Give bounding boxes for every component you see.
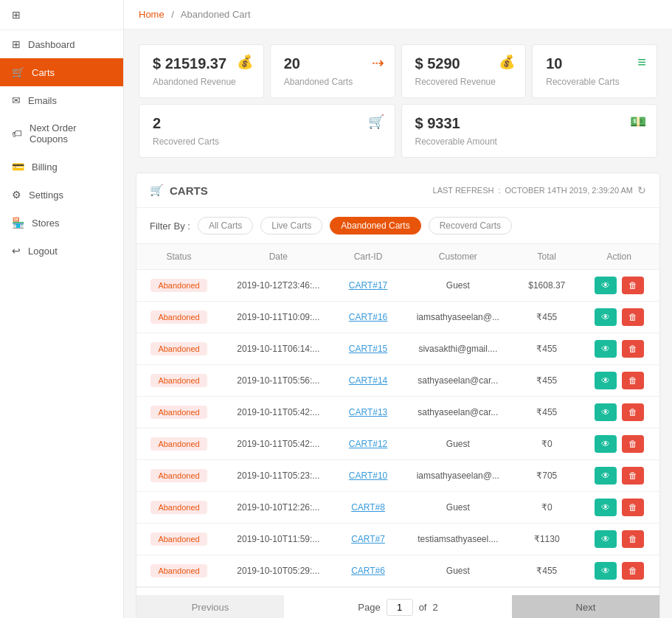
view-button[interactable]: 👁	[595, 308, 617, 326]
cell-date: 2019-10-11T05:23:...	[221, 460, 336, 492]
stat-label: Recovered Carts	[153, 136, 381, 147]
delete-button[interactable]: 🗑	[622, 372, 644, 389]
sidebar-item-logout[interactable]: ↩ Logout	[0, 237, 123, 265]
stats-grid: $ 21519.37 Abandoned Revenue 💰 20 Abando…	[124, 29, 672, 173]
sidebar-item-stores[interactable]: 🏪 Stores	[0, 209, 123, 237]
cell-status: Abandoned	[136, 460, 221, 492]
cell-cart-id: CART#10	[336, 460, 401, 492]
cell-cart-id: CART#16	[336, 302, 401, 333]
sidebar-item-dashboard[interactable]: ⊞ Dashboard	[0, 30, 123, 58]
page-number-input[interactable]	[387, 599, 413, 616]
billing-icon: 💳	[12, 161, 24, 173]
emails-icon: ✉	[12, 94, 21, 106]
stat-value: $ 21519.37	[153, 55, 250, 72]
cart-link[interactable]: CART#7	[351, 534, 385, 544]
table-row: Abandoned 2019-10-11T06:14:... CART#15 s…	[136, 333, 659, 365]
cell-total: ₹0	[515, 492, 578, 524]
cart-link[interactable]: CART#15	[349, 344, 387, 354]
delete-button[interactable]: 🗑	[622, 530, 644, 548]
filter-abandoned-carts[interactable]: Abandoned Carts	[330, 217, 420, 235]
next-button[interactable]: Next	[512, 595, 659, 618]
cell-date: 2019-10-11T05:42:...	[221, 397, 336, 428]
table-row: Abandoned 2019-10-12T23:46:... CART#17 G…	[136, 270, 659, 302]
delete-button[interactable]: 🗑	[622, 435, 644, 453]
sidebar-item-billing[interactable]: 💳 Billing	[0, 153, 123, 181]
carts-table: Status Date Cart-ID Customer Total Actio…	[136, 244, 659, 587]
sidebar-item-label: Settings	[29, 190, 63, 201]
cell-date: 2019-10-11T10:09:...	[221, 302, 336, 333]
sidebar-item-settings[interactable]: ⚙ Settings	[0, 181, 123, 209]
sidebar-item-label: Next Order Coupons	[30, 122, 111, 145]
cell-date: 2019-10-11T06:14:...	[221, 333, 336, 365]
cell-customer: Guest	[401, 492, 515, 524]
cell-cart-id: CART#17	[336, 270, 401, 302]
cart-link[interactable]: CART#6	[351, 566, 385, 576]
carts-title-text: CARTS	[170, 184, 208, 197]
delete-button[interactable]: 🗑	[622, 308, 644, 326]
sidebar-item-carts[interactable]: 🛒 Carts	[0, 58, 123, 86]
view-button[interactable]: 👁	[595, 372, 617, 389]
table-row: Abandoned 2019-10-11T05:23:... CART#10 i…	[136, 460, 659, 492]
delete-button[interactable]: 🗑	[622, 467, 644, 485]
col-action: Action	[578, 244, 659, 270]
breadcrumb-home[interactable]: Home	[139, 9, 164, 20]
cart-link[interactable]: CART#16	[349, 312, 387, 322]
view-button[interactable]: 👁	[595, 530, 617, 548]
cell-status: Abandoned	[136, 555, 221, 587]
table-row: Abandoned 2019-10-11T10:09:... CART#16 i…	[136, 302, 659, 333]
filter-live-carts[interactable]: Live Carts	[260, 217, 322, 235]
cell-cart-id: CART#6	[336, 555, 401, 587]
view-button[interactable]: 👁	[595, 403, 617, 421]
cell-date: 2019-10-11T05:42:...	[221, 428, 336, 460]
page-label: Page	[358, 602, 380, 613]
cart-link[interactable]: CART#17	[349, 280, 387, 291]
cell-customer: sathyaseelan@car...	[401, 397, 515, 428]
cart-link[interactable]: CART#13	[349, 407, 387, 417]
cell-action: 👁 🗑	[578, 492, 659, 524]
view-button[interactable]: 👁	[595, 340, 617, 358]
previous-button[interactable]: Previous	[136, 595, 284, 618]
filter-recovered-carts[interactable]: Recoverd Carts	[429, 217, 512, 235]
cell-customer: sathyaseelan@car...	[401, 365, 515, 397]
cell-total: ₹455	[515, 555, 578, 587]
stat-card-recoverable-carts: 10 Recoverable Carts ≡	[532, 44, 657, 98]
filter-label: Filter By :	[150, 221, 190, 232]
stat-card-recoverable-amount: $ 9331 Recoverable Amount 💵	[401, 104, 658, 158]
page-info: Page of 2	[358, 599, 437, 616]
cell-total: ₹455	[515, 397, 578, 428]
filter-bar: Filter By : All Carts Live Carts Abandon…	[136, 208, 659, 244]
delete-button[interactable]: 🗑	[622, 277, 644, 294]
cell-action: 👁 🗑	[578, 333, 659, 365]
view-button[interactable]: 👁	[595, 277, 617, 294]
table-row: Abandoned 2019-10-11T05:42:... CART#13 s…	[136, 397, 659, 428]
cart-link[interactable]: CART#12	[349, 439, 387, 449]
delete-button[interactable]: 🗑	[622, 340, 644, 358]
stat-value: 10	[546, 55, 643, 72]
stat-value: 20	[284, 55, 381, 72]
cart-link[interactable]: CART#14	[349, 375, 387, 386]
view-button[interactable]: 👁	[595, 435, 617, 453]
sidebar-item-label: Stores	[32, 218, 60, 229]
view-button[interactable]: 👁	[595, 467, 617, 485]
delete-button[interactable]: 🗑	[622, 562, 644, 580]
delete-button[interactable]: 🗑	[622, 403, 644, 421]
status-badge: Abandoned	[150, 564, 207, 577]
stat-icon-abandoned-revenue: 💰	[237, 54, 253, 70]
sidebar-item-next-order-coupons[interactable]: 🏷 Next Order Coupons	[0, 114, 123, 153]
stores-icon: 🏪	[12, 217, 24, 229]
status-badge: Abandoned	[150, 532, 207, 546]
refresh-button[interactable]: ↻	[637, 184, 646, 196]
sidebar-item-emails[interactable]: ✉ Emails	[0, 86, 123, 114]
view-button[interactable]: 👁	[595, 499, 617, 516]
status-badge: Abandoned	[150, 279, 207, 292]
cart-link[interactable]: CART#8	[351, 502, 385, 513]
last-refresh-value: OCTOBER 14TH 2019, 2:39:20 AM	[505, 186, 633, 195]
cell-action: 👁 🗑	[578, 524, 659, 555]
view-button[interactable]: 👁	[595, 562, 617, 580]
cart-link[interactable]: CART#10	[349, 471, 387, 481]
delete-button[interactable]: 🗑	[622, 499, 644, 516]
filter-all-carts[interactable]: All Carts	[198, 217, 253, 235]
last-refresh-label: LAST REFRESH	[433, 186, 494, 195]
cell-customer: iamsathyaseelan@...	[401, 460, 515, 492]
stat-label: Recovered Revenue	[415, 77, 513, 87]
